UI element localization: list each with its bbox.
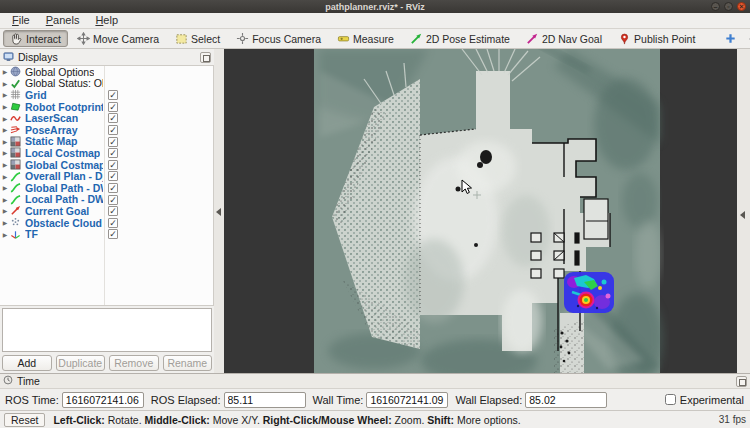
time-field-label: ROS Elapsed: [151, 394, 221, 406]
reset-button[interactable]: Reset [4, 413, 45, 427]
tool-move-camera[interactable]: Move Camera [70, 30, 166, 47]
toolbar: InteractMove CameraSelectFocus CameraMea… [0, 29, 750, 49]
display-row-static-map[interactable]: ▶Static Map✓ [0, 136, 213, 148]
panel-float-button[interactable] [200, 52, 211, 63]
display-enabled-checkbox[interactable]: ✓ [108, 137, 118, 147]
left-panel-splitter[interactable] [214, 49, 224, 373]
experimental-checkbox[interactable] [665, 394, 676, 405]
tool-2d-pose-estimate[interactable]: 2D Pose Estimate [403, 30, 517, 47]
tool-measure[interactable]: Measure [330, 30, 401, 47]
tool-label: Move Camera [93, 33, 159, 45]
display-description-box [2, 308, 212, 352]
display-enabled-checkbox[interactable]: ✓ [108, 183, 118, 193]
cloud-icon [10, 217, 22, 228]
display-enabled-checkbox[interactable]: ✓ [108, 206, 118, 216]
expander-icon[interactable]: ▶ [0, 126, 10, 133]
time-panel-header[interactable]: Time [0, 374, 750, 389]
expander-icon[interactable]: ▶ [0, 80, 10, 87]
mouse-hints: Left-Click: Rotate. Middle-Click: Move X… [53, 414, 520, 426]
display-row-laserscan[interactable]: ▶LaserScan✓ [0, 112, 213, 124]
add-button[interactable]: Add [2, 355, 52, 371]
rename-button: Rename [163, 355, 213, 371]
display-row-local-path-dwa[interactable]: ▶Local Path - DWA✓ [0, 194, 213, 206]
expander-icon[interactable]: ▶ [0, 207, 10, 214]
collapse-left-arrow-icon[interactable] [216, 208, 221, 216]
display-row-local-costmap[interactable]: ▶Local Costmap✓ [0, 147, 213, 159]
display-label: Global Options [25, 66, 94, 78]
title-bar[interactable]: pathplanner.rviz* - RViz –▫✕ [0, 0, 750, 13]
goal-icon [10, 205, 22, 216]
display-row-obstacle-cloud[interactable]: ▶Obstacle Cloud✓ [0, 217, 213, 229]
expander-icon[interactable]: ▶ [0, 68, 10, 75]
expander-icon[interactable]: ▶ [0, 91, 10, 98]
display-enabled-checkbox[interactable]: ✓ [108, 229, 118, 239]
displays-panel-header[interactable]: Displays [0, 49, 214, 65]
display-row-robot-footprint[interactable]: ▶Robot Footprint✓ [0, 101, 213, 113]
window-controls: –▫✕ [711, 2, 746, 11]
expander-icon[interactable]: ▶ [0, 161, 10, 168]
displays-panel: Displays ▶Global Options▶Global Status: … [0, 49, 214, 373]
display-enabled-checkbox[interactable]: ✓ [108, 148, 118, 158]
map-icon [10, 159, 22, 170]
display-row-current-goal[interactable]: ▶Current Goal✓ [0, 205, 213, 217]
display-enabled-checkbox[interactable]: ✓ [108, 113, 118, 123]
menu-help[interactable]: Help [87, 13, 126, 28]
ros-elapsed-input[interactable] [224, 392, 306, 408]
tool-label: Publish Point [634, 33, 695, 45]
path-icon [10, 194, 22, 205]
display-row-overall-plan-dj[interactable]: ▶Overall Plan - Dj...✓ [0, 170, 213, 182]
expander-icon[interactable]: ▶ [0, 103, 10, 110]
displays-tree: ▶Global Options▶Global Status: Ok▶Grid✓▶… [0, 65, 214, 306]
tool-focus-camera[interactable]: Focus Camera [229, 30, 328, 47]
display-enabled-checkbox[interactable]: ✓ [108, 125, 118, 135]
expander-icon[interactable]: ▶ [0, 138, 10, 145]
tool-label: Interact [26, 33, 61, 45]
display-enabled-checkbox[interactable]: ✓ [108, 90, 118, 100]
displays-icon [3, 51, 18, 64]
wall-time-input[interactable] [366, 392, 448, 408]
toolbar-extra: ▾▾ [724, 32, 750, 45]
display-row-global-options[interactable]: ▶Global Options [0, 66, 213, 78]
right-panel-splitter[interactable] [737, 49, 750, 373]
add-tool-plus-button[interactable] [724, 32, 737, 45]
tool-publish-point[interactable]: Publish Point [611, 30, 702, 47]
display-row-global-path-dwa[interactable]: ▶Global Path - DWA✓ [0, 182, 213, 194]
nav-goal-arrow-icon [526, 32, 539, 45]
display-enabled-checkbox[interactable]: ✓ [108, 102, 118, 112]
display-row-global-costmap[interactable]: ▶Global Costmap✓ [0, 159, 213, 171]
expander-icon[interactable]: ▶ [0, 184, 10, 191]
time-panel: Time ROS Time:ROS Elapsed:Wall Time:Wall… [0, 373, 750, 410]
display-row-tf[interactable]: ▶TF✓ [0, 228, 213, 240]
display-row-grid[interactable]: ▶Grid✓ [0, 89, 213, 101]
time-field-label: Wall Elapsed: [455, 394, 522, 406]
wall-elapsed-input[interactable] [525, 392, 607, 408]
menu-file[interactable]: File [4, 13, 38, 28]
path-icon [10, 171, 22, 182]
display-enabled-checkbox[interactable]: ✓ [108, 218, 118, 228]
display-row-global-status-ok[interactable]: ▶Global Status: Ok [0, 78, 213, 90]
expander-icon[interactable]: ▶ [0, 231, 10, 238]
close-button[interactable]: ✕ [737, 2, 746, 11]
display-enabled-checkbox[interactable]: ✓ [108, 195, 118, 205]
tool-label: Select [191, 33, 220, 45]
display-enabled-checkbox[interactable]: ✓ [108, 171, 118, 181]
maximize-button[interactable]: ▫ [724, 2, 733, 11]
display-enabled-checkbox[interactable]: ✓ [108, 160, 118, 170]
minimize-button[interactable]: – [711, 2, 720, 11]
tool-select[interactable]: Select [168, 30, 227, 47]
expander-icon[interactable]: ▶ [0, 149, 10, 156]
3d-viewport[interactable] [224, 49, 737, 373]
tool-interact[interactable]: Interact [3, 30, 68, 47]
time-float-button[interactable] [736, 376, 747, 387]
expander-icon[interactable]: ▶ [0, 219, 10, 226]
collapse-right-arrow-icon[interactable] [740, 211, 745, 219]
ros-time-input[interactable] [62, 392, 144, 408]
tool-2d-nav-goal[interactable]: 2D Nav Goal [519, 30, 609, 47]
expander-icon[interactable]: ▶ [0, 173, 10, 180]
pose-estimate-arrow-icon [410, 32, 423, 45]
expander-icon[interactable]: ▶ [0, 115, 10, 122]
display-row-posearray[interactable]: ▶PoseArray✓ [0, 124, 213, 136]
fps-counter: 31 fps [719, 414, 746, 425]
expander-icon[interactable]: ▶ [0, 196, 10, 203]
menu-panels[interactable]: Panels [38, 13, 88, 28]
